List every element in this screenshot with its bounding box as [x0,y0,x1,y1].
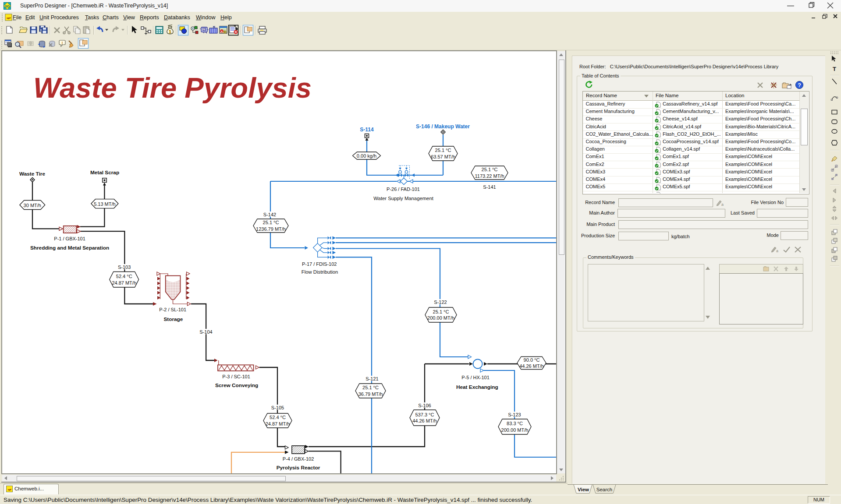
svg-text:Waste Tire: Waste Tire [19,171,45,177]
svg-text:S-106: S-106 [418,403,431,408]
svg-text:90.0 °C: 90.0 °C [524,357,540,363]
svg-text:View: View [578,487,589,492]
svg-text:25.1 °C: 25.1 °C [482,167,498,172]
svg-text:Flow Distribution: Flow Distribution [302,269,338,275]
svg-text:25.1 °C: 25.1 °C [435,148,451,153]
svg-text:P-1 / GBX-101: P-1 / GBX-101 [54,236,85,241]
svg-text:15: 15 [202,28,206,31]
svg-text:P-17 / FDIS-102: P-17 / FDIS-102 [302,261,337,267]
svg-text:24.87 MT/h: 24.87 MT/h [112,280,136,285]
svg-text:Water Supply Management: Water Supply Management [373,196,433,201]
svg-text:44.26 MT/h: 44.26 MT/h [519,363,544,369]
svg-text:!: ! [62,41,63,45]
svg-text:S-146 / Makeup Water: S-146 / Makeup Water [416,123,470,130]
svg-text:a: a [721,202,724,207]
svg-text:1236.79 MT/h: 1236.79 MT/h [256,226,286,232]
svg-text:52.4 °C: 52.4 °C [116,274,132,279]
svg-text:52.4 °C: 52.4 °C [270,415,286,420]
svg-text:Pyrolysis Reactor: Pyrolysis Reactor [277,465,320,471]
svg-text:200.00 MT/h: 200.00 MT/h [501,427,529,433]
svg-text:P-4 / GBX-102: P-4 / GBX-102 [283,456,314,462]
svg-text:30 MT/h: 30 MT/h [24,203,41,208]
svg-text:spf: spf [7,17,11,19]
svg-text:S-114: S-114 [360,127,374,133]
svg-text:Waste Tire Pyrolysis: Waste Tire Pyrolysis [33,72,312,104]
svg-text:S-104: S-104 [199,329,212,335]
svg-text:spf: spf [7,488,11,491]
svg-text:83.3 °C: 83.3 °C [507,421,523,426]
svg-text:x: x [221,30,223,33]
svg-text:63.57 MT/h: 63.57 MT/h [431,154,455,159]
svg-text:Storage: Storage [163,316,183,322]
svg-text:S-141: S-141 [483,184,496,190]
svg-text:Shredding and Metal Separation: Shredding and Metal Separation [30,245,109,251]
svg-text:P-2 / SL-101: P-2 / SL-101 [159,307,186,312]
svg-text:1173.22 MT/h: 1173.22 MT/h [475,173,504,179]
svg-text:5.13 MT/h: 5.13 MT/h [94,201,116,207]
svg-text:36.79 MT/h: 36.79 MT/h [358,391,383,397]
svg-text:a: a [776,249,778,253]
svg-text:T: T [833,66,836,72]
svg-text:537.3 °C: 537.3 °C [415,412,434,417]
svg-text:S-142: S-142 [263,212,276,217]
svg-text:S-122: S-122 [434,300,447,305]
svg-text:P-26 / FAD-101: P-26 / FAD-101 [387,187,420,192]
svg-text:P-3 / SC-101: P-3 / SC-101 [222,374,250,379]
svg-text:S-123: S-123 [508,412,521,417]
svg-text:44.26 MT/h: 44.26 MT/h [412,418,437,423]
svg-text:25.1 °C: 25.1 °C [263,220,279,225]
svg-text:24.87 MT/h: 24.87 MT/h [266,421,290,426]
svg-text:P-5 / HX-101: P-5 / HX-101 [461,375,490,380]
svg-text:Screw Conveying: Screw Conveying [215,382,258,388]
svg-text:25.1 °C: 25.1 °C [433,309,449,314]
svg-text:SD: SD [5,4,10,8]
svg-text:Metal Scrap: Metal Scrap [90,169,119,176]
svg-text:Heat Exchanging: Heat Exchanging [456,384,498,390]
svg-text:Search: Search [596,487,612,492]
svg-text:S-121: S-121 [365,376,378,381]
svg-text:25.1 °C: 25.1 °C [362,385,379,390]
svg-text:?: ? [798,82,801,88]
svg-text:S-105: S-105 [271,405,284,410]
svg-text:200.00 MT/h: 200.00 MT/h [427,315,454,321]
svg-text:S-103: S-103 [118,264,131,270]
svg-text:$: $ [169,29,171,34]
svg-text:0.00 kg/h: 0.00 kg/h [357,153,376,159]
